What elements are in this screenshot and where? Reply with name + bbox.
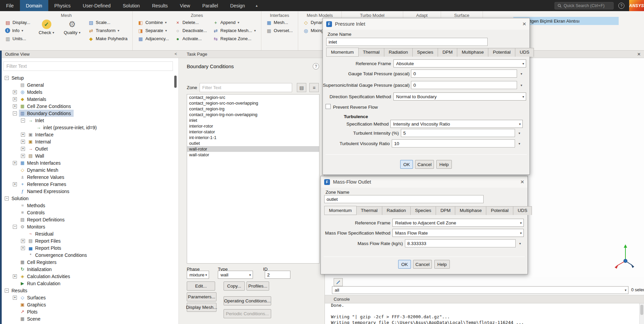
- zone-id-input[interactable]: [265, 271, 290, 279]
- tree-item-outlet[interactable]: +→Outlet: [2, 145, 170, 152]
- ribbon-button-replace-mesh[interactable]: ⇄Replace Mesh...▾: [212, 28, 257, 33]
- expand-icon[interactable]: +: [21, 147, 25, 151]
- tab-radiation[interactable]: Radiation: [384, 48, 413, 57]
- zone-name-input[interactable]: [326, 38, 488, 46]
- zone-list-options-icon[interactable]: ▤: [297, 83, 306, 92]
- spec-method-select[interactable]: Intensity and Viscosity Ratio▾: [390, 120, 523, 128]
- tree-item-surfaces[interactable]: +◇Surfaces: [2, 294, 170, 301]
- tree-item-calculation-activities[interactable]: +◈Calculation Activities: [2, 273, 170, 280]
- ribbon-button-scale[interactable]: ▧Scale...: [87, 20, 129, 25]
- collapse-icon[interactable]: −: [13, 225, 17, 229]
- outline-filter-input[interactable]: [3, 61, 173, 71]
- tree-item-cell-registers[interactable]: ▦Cell Registers: [2, 259, 170, 266]
- tab-thermal[interactable]: Thermal: [356, 206, 383, 215]
- tree-item-controls[interactable]: ≡Controls: [2, 209, 170, 216]
- tab-species[interactable]: Species: [410, 206, 436, 215]
- tree-item-methods[interactable]: ≈Methods: [2, 202, 170, 209]
- zone-item-int-interior-1-1[interactable]: int-interior-1-1: [187, 135, 319, 140]
- reference-frame-select[interactable]: Relative to Adjacent Cell Zone▾: [392, 219, 524, 227]
- zone-filter-input[interactable]: [200, 83, 292, 92]
- expand-icon[interactable]: +: [21, 133, 25, 137]
- mass-flow-method-select[interactable]: Mass Flow Rate▾: [392, 229, 524, 237]
- expand-icon[interactable]: +: [13, 90, 17, 94]
- zone-item-inlet[interactable]: inlet: [187, 117, 319, 123]
- chevron-down-icon[interactable]: ▾: [516, 139, 523, 145]
- zone-item-outlet[interactable]: outlet: [187, 140, 319, 146]
- close-icon[interactable]: ×: [520, 178, 524, 186]
- tab-species[interactable]: Species: [412, 48, 438, 57]
- tree-item-general[interactable]: ▤General: [2, 81, 170, 88]
- menu-item-parallel[interactable]: Parallel: [196, 0, 224, 11]
- expand-icon[interactable]: +: [21, 239, 25, 243]
- tab-multiphase[interactable]: Multiphase: [455, 206, 486, 215]
- menu-item-user-defined[interactable]: User-Defined: [77, 0, 117, 11]
- console-header[interactable]: Console: [325, 295, 644, 303]
- menu-item-physics[interactable]: Physics: [48, 0, 77, 11]
- tree-item-inlet[interactable]: −→Inlet: [2, 117, 170, 124]
- collapse-icon[interactable]: −: [21, 118, 25, 123]
- ribbon-button-check[interactable]: ✓Check▾: [35, 20, 58, 42]
- surface-filter-combo[interactable]: all▾: [332, 286, 628, 294]
- tree-item-mesh-interfaces[interactable]: +▦Mesh Interfaces: [2, 159, 170, 166]
- expand-icon[interactable]: +: [21, 140, 25, 144]
- ok-button[interactable]: OK: [398, 260, 411, 269]
- tree-item-boundary-conditions[interactable]: −▥Boundary Conditions: [2, 110, 170, 117]
- ribbon-button-display[interactable]: ▤Display...: [4, 20, 31, 25]
- tree-item-results[interactable]: −Results: [2, 287, 170, 294]
- chevron-down-icon[interactable]: ▾: [517, 239, 523, 245]
- phase-select[interactable]: mixture▾: [187, 271, 209, 279]
- reference-frame-select[interactable]: Absolute▾: [393, 59, 526, 68]
- menu-item-domain[interactable]: Domain: [20, 0, 48, 11]
- ribbon-button-combine[interactable]: ◧Combine▾: [137, 20, 170, 25]
- zone-item-interior-rotor[interactable]: interior-rotor: [187, 123, 319, 129]
- expand-icon[interactable]: +: [13, 182, 17, 186]
- operating-conditions-button[interactable]: Operating Conditions...: [224, 296, 271, 305]
- tree-item-plots[interactable]: ↗Plots: [2, 308, 170, 315]
- expand-icon[interactable]: +: [21, 246, 25, 250]
- help-icon[interactable]: ?: [618, 3, 624, 9]
- ribbon-collapse-caret-icon[interactable]: ▴: [251, 0, 262, 11]
- ribbon-button-quality[interactable]: ⚙Quality▾: [61, 20, 83, 42]
- tree-item-reference-values[interactable]: ±Reference Values: [2, 173, 170, 181]
- menu-item-design[interactable]: Design: [224, 0, 251, 11]
- tree-item-run-calculation[interactable]: ▶Run Calculation: [2, 280, 170, 287]
- turbulent-intensity-input[interactable]: [401, 129, 515, 137]
- ribbon-button-delete[interactable]: ×Delete...: [174, 20, 208, 25]
- ribbon-button-adjacency[interactable]: ▦Adjacency...: [137, 36, 170, 42]
- zone-item-wall-rotor[interactable]: wall-rotor: [187, 146, 319, 152]
- tree-item-interface[interactable]: +▣Interface: [2, 131, 170, 138]
- zone-item-contact-region-src[interactable]: contact_region-src: [187, 94, 319, 100]
- direction-method-select[interactable]: Normal to Boundary▾: [393, 92, 526, 101]
- ribbon-button-replace-zone[interactable]: ⇆Replace Zone...: [212, 36, 257, 42]
- gauge-total-pressure-input[interactable]: [411, 70, 517, 78]
- expand-icon[interactable]: +: [13, 296, 17, 300]
- tab-uds[interactable]: UDS: [515, 48, 534, 57]
- tab-momentum[interactable]: Momentum: [326, 48, 359, 56]
- help-button[interactable]: Help: [436, 160, 452, 169]
- outline-scrollbar[interactable]: [174, 76, 177, 88]
- ribbon-button-append[interactable]: +Append▾: [212, 20, 257, 25]
- collapse-icon[interactable]: −: [5, 289, 9, 293]
- ribbon-button-transform[interactable]: ⇄Transform▾: [87, 28, 129, 33]
- tab-radiation[interactable]: Radiation: [382, 206, 411, 215]
- tab-momentum[interactable]: Momentum: [324, 206, 357, 215]
- tab-uds[interactable]: UDS: [513, 206, 532, 215]
- task-help-icon[interactable]: ?: [313, 63, 319, 70]
- collapse-outline-icon[interactable]: <: [175, 52, 177, 56]
- tree-item-graphics[interactable]: ▣Graphics: [2, 301, 170, 308]
- chevron-down-icon[interactable]: ▾: [516, 129, 523, 135]
- close-icon[interactable]: ×: [522, 20, 526, 28]
- console-scrollbar[interactable]: [639, 303, 644, 324]
- tab-thermal[interactable]: Thermal: [358, 48, 385, 57]
- ribbon-button-mesh[interactable]: ▦Mesh...: [265, 20, 294, 25]
- tree-item-convergence-conditions[interactable]: *Convergence Conditions: [2, 251, 170, 259]
- tree-item-monitors[interactable]: −⊙Monitors: [2, 223, 170, 230]
- ribbon-button-units[interactable]: ▥Units...: [4, 36, 31, 42]
- tree-item-report-plots[interactable]: +▅Report Plots: [2, 244, 170, 251]
- chevron-down-icon[interactable]: ▾: [518, 81, 525, 87]
- cancel-button[interactable]: Cancel: [413, 260, 432, 269]
- menu-item-solution[interactable]: Solution: [117, 0, 146, 11]
- periodic-conditions-button[interactable]: Periodic Conditions...: [224, 309, 271, 318]
- help-button[interactable]: Help: [434, 260, 450, 269]
- ribbon-button-overset[interactable]: ▩Overset...: [265, 28, 294, 33]
